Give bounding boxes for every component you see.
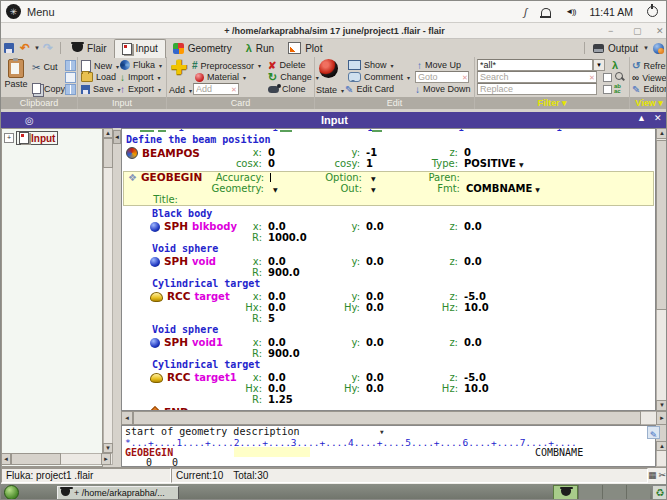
input-card-beampos[interactable]: BEAMPOSx:0y:-1z:0cosx:0cosy:1Type:POSITI…	[122, 147, 655, 169]
field-dropdown-icon[interactable]: ▼	[519, 161, 524, 168]
editor-fmt-value[interactable]: COMBNAME	[535, 447, 583, 458]
input-card-sph-blkbody[interactable]: SPHblkbodyx:0.0y:0.0z:0.0R:1000.0	[122, 221, 655, 243]
field-value[interactable]: 900.0	[268, 348, 300, 359]
output-dropdown-icon[interactable]: ▼	[643, 45, 649, 51]
import-button[interactable]: ↓ Import▾	[120, 72, 161, 82]
field-value[interactable]: POSITIVE▼	[464, 158, 524, 170]
move-up-button[interactable]: ↑ Move Up	[417, 60, 461, 70]
field-dropdown-icon[interactable]: ▼	[273, 186, 278, 193]
status-tools-icon[interactable]: ✂	[658, 470, 666, 484]
panel-close-icon[interactable]: ✕	[654, 113, 662, 123]
tree-item-input[interactable]: + Input	[4, 131, 58, 145]
sidebar-scroll-left-icon[interactable]: ◄	[1, 453, 11, 465]
distro-logo-icon[interactable]: ✳	[6, 4, 21, 19]
trash-icon[interactable]: ♻	[652, 485, 667, 500]
refresh-button[interactable]: ↺ Refresh	[632, 60, 667, 71]
view-list-button[interactable]	[65, 72, 76, 83]
copy-button[interactable]: Copy	[32, 83, 65, 94]
workspace-1[interactable]	[578, 485, 602, 500]
field-value[interactable]: -5.0	[464, 372, 486, 383]
sidebar-vscrollbar[interactable]	[103, 128, 113, 453]
main-vscroll-thumb[interactable]	[656, 140, 667, 310]
editor-value-1[interactable]: 0	[146, 457, 152, 467]
input-card-sph-void[interactable]: SPHvoidx:0.0y:0.0z:0.0R:900.0	[122, 256, 655, 278]
workspace-3[interactable]	[626, 485, 650, 500]
field-dropdown-icon[interactable]: ▼	[535, 186, 540, 193]
volume-icon[interactable]: ◄))	[565, 7, 575, 16]
editor-button[interactable]: ✎ Editor	[632, 84, 667, 94]
viewer-button[interactable]: ∞ Viewer	[632, 72, 667, 83]
view-group-label[interactable]: View ▾	[630, 97, 667, 109]
undo-icon[interactable]: ↶	[20, 43, 30, 53]
export-button[interactable]: ↑ Export▾	[120, 84, 161, 94]
search-button[interactable]	[615, 72, 623, 80]
help-globe-icon[interactable]	[653, 43, 664, 54]
field-value[interactable]: 0	[268, 158, 275, 169]
main-scroll-down-icon[interactable]: ▼	[656, 400, 667, 411]
maximize-button[interactable]: ▢	[633, 26, 642, 36]
notifications-icon[interactable]	[541, 8, 551, 16]
field-value[interactable]: 1.25	[268, 394, 293, 405]
search-case-checkbox[interactable]	[603, 73, 612, 82]
field-value[interactable]: 900.0	[268, 267, 300, 278]
material-button[interactable]: Material▾	[195, 72, 246, 82]
comment-row[interactable]: Cylindrical target	[122, 278, 655, 289]
search-input[interactable]	[477, 71, 597, 83]
minimize-button[interactable]: −	[608, 26, 613, 36]
replace-all-button[interactable]: abac	[614, 84, 621, 94]
clock[interactable]: 11:41 AM	[589, 6, 633, 18]
replace-checkbox[interactable]	[603, 85, 612, 94]
tab-run[interactable]: λ Run	[239, 39, 281, 57]
sidebar-scroll-right-icon[interactable]: ►	[101, 453, 111, 465]
filter-combobox[interactable]	[477, 59, 593, 71]
card-text-editor[interactable]: start of geometry description ▼ *...+...…	[121, 425, 656, 467]
editor-highlight-field[interactable]	[234, 447, 310, 457]
clipped-card-row[interactable]: 111111	[122, 129, 655, 134]
input-panel-header[interactable]: ◎ Input	[1, 112, 667, 128]
field-value[interactable]: 5	[268, 313, 275, 324]
field-value[interactable]: 0	[268, 147, 275, 158]
window-titlebar[interactable]: + /home/arkaprabha/sim 17 june/project1 …	[1, 23, 667, 39]
edit-card-button[interactable]: ✎ Edit Card	[345, 84, 394, 94]
comment-description-text[interactable]: start of geometry description	[125, 426, 300, 437]
field-value[interactable]: 0.0	[464, 221, 482, 232]
field-value[interactable]: 10.0	[464, 302, 489, 313]
field-value[interactable]: 0	[464, 147, 471, 158]
editor-edit-pencil-icon[interactable]: ✎	[647, 426, 660, 439]
comment-dropdown-icon[interactable]: ▼	[380, 428, 384, 435]
view-compact-button[interactable]	[65, 84, 76, 95]
editor-value-2[interactable]: 0	[172, 457, 178, 467]
comment-row[interactable]: Black body	[122, 208, 655, 219]
menu-button[interactable]: Menu	[27, 6, 55, 18]
sidebar-hscroll-thumb[interactable]	[11, 453, 61, 465]
output-button[interactable]: Output	[608, 43, 638, 54]
filter-dropdown-button[interactable]: ▼	[593, 59, 605, 71]
tab-input[interactable]: Input	[114, 39, 166, 58]
filter-group-label[interactable]: Filter ▾	[475, 97, 629, 109]
paste-button[interactable]: Paste	[3, 59, 29, 89]
taskbar-window-button[interactable]: + /home/arkaprabha/...	[57, 486, 179, 500]
save-icon[interactable]	[4, 43, 14, 53]
undo-dropdown-icon[interactable]: ▼	[34, 45, 40, 51]
delete-button[interactable]: ✘ Delete	[268, 60, 305, 70]
status-image-icon[interactable]: ▦	[648, 470, 657, 484]
replace-input[interactable]	[477, 83, 597, 95]
tree-expander-icon[interactable]: +	[4, 133, 14, 143]
move-down-button[interactable]: ↓ Move Down	[415, 84, 471, 94]
field-value[interactable]: -5.0	[464, 291, 486, 302]
input-card-rcc-target1[interactable]: RCCtarget1x:0.0y:0.0z:-5.0Hx:0.0Hy:0.0Hz…	[122, 372, 655, 405]
show-button[interactable]: Show▾	[348, 60, 394, 70]
main-scroll-left-icon[interactable]: ◄	[121, 411, 133, 425]
workspace-2[interactable]	[602, 485, 626, 500]
taskbar-menu-icon[interactable]	[4, 485, 19, 500]
field-value[interactable]	[270, 172, 271, 183]
close-button[interactable]: ✕	[656, 26, 664, 36]
sidebar-vscroll-thumb[interactable]	[103, 138, 113, 168]
field-value[interactable]: 10.0	[464, 383, 489, 394]
cut-button[interactable]: ✂ Cut	[32, 62, 57, 72]
input-method-icon[interactable]: ʃ	[524, 6, 527, 18]
comment-row[interactable]: Cylindrical target	[122, 359, 655, 370]
input-card-sph-void1[interactable]: SPHvoid1x:0.0y:0.0z:0.0R:900.0	[122, 337, 655, 359]
comment-row[interactable]: Void sphere	[122, 324, 655, 335]
field-value[interactable]: 1	[366, 158, 373, 169]
